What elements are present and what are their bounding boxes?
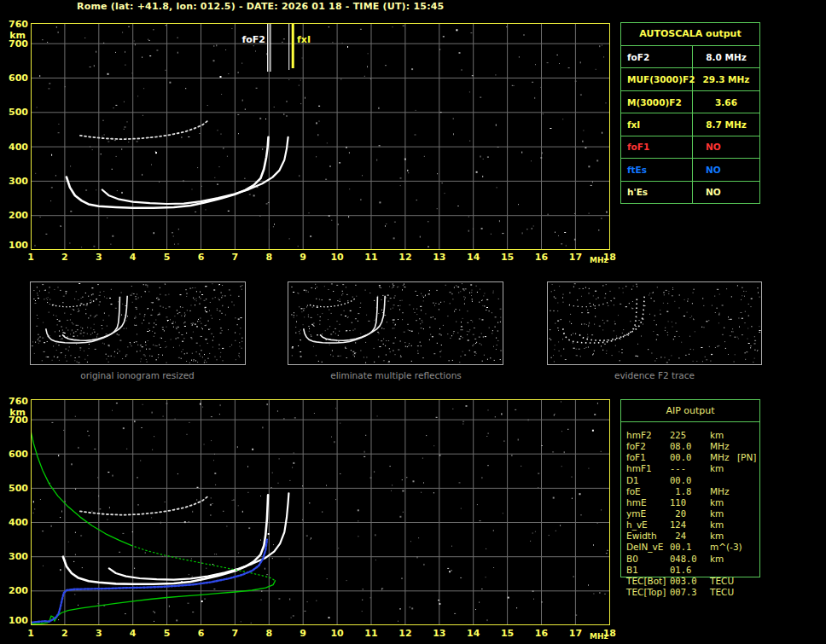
panel-original-ionogram xyxy=(30,281,246,365)
fxI-marker-label: fxI xyxy=(297,34,331,45)
aip-parameter-name: Ewidth xyxy=(626,531,657,542)
scaled-ionogram-plot xyxy=(31,23,610,250)
x-tick-label-bottom: 13 xyxy=(430,628,449,639)
aip-parameter-value: 00.0 xyxy=(670,452,691,463)
x-tick-label-top: 13 xyxy=(430,252,449,263)
parameter-name: M(3000)F2 xyxy=(621,91,693,113)
aip-row: foF208.0MHz xyxy=(620,441,761,452)
aip-row: foE 1.8MHz xyxy=(620,486,761,497)
panel-caption-eliminate: eliminate multiple reflections xyxy=(302,370,490,380)
y-tick-label-top: 300 xyxy=(0,176,28,187)
aip-parameter-value: 20 xyxy=(670,508,686,519)
aip-output-table: AIP output hmF2225kmfoF208.0MHzfoF100.0M… xyxy=(620,399,761,604)
panel-evidence-canvas xyxy=(548,282,761,364)
x-tick-label-bottom: 9 xyxy=(294,628,312,639)
parameter-name: MUF(3000)F2 xyxy=(621,68,693,90)
parameter-value: 3.66 xyxy=(693,91,759,113)
x-tick-label-top: 9 xyxy=(294,252,312,263)
panel-original-canvas xyxy=(31,282,245,364)
aip-parameter-value: 00.0 xyxy=(670,475,691,486)
y-tick-label-top: 600 xyxy=(0,73,28,84)
aip-row: B101.6 xyxy=(620,565,761,576)
x-tick-label-top: 3 xyxy=(90,252,108,263)
aip-parameter-unit: km xyxy=(710,519,724,531)
aip-parameter-name: hmF1 xyxy=(626,463,652,474)
x-tick-label-bottom: 4 xyxy=(124,628,143,639)
parameter-value: NO xyxy=(693,182,759,203)
x-tick-label-bottom: 2 xyxy=(55,628,74,639)
y-tick-label-bottom: 300 xyxy=(0,551,28,562)
aip-row: TEC[Top]007.3TECU xyxy=(620,587,761,598)
aip-parameter-name: B0 xyxy=(626,554,638,565)
aip-parameter-name: D1 xyxy=(626,475,639,486)
aip-table-body: hmF2225kmfoF208.0MHzfoF100.0MHz[PN]hmF1-… xyxy=(620,399,761,604)
aip-row: hmE110km xyxy=(620,497,761,508)
profile-ionogram-plot xyxy=(31,399,610,625)
x-tick-label-bottom: 17 xyxy=(566,628,585,639)
aip-parameter-unit: MHz xyxy=(710,486,729,497)
y-tick-label-bottom: 500 xyxy=(0,483,28,494)
aip-parameter-value: 007.3 xyxy=(670,587,697,598)
aip-parameter-name: TEC[Bot] xyxy=(626,576,666,587)
autoscala-output-table: AUTOSCALA output foF28.0 MHzMUF(3000)F22… xyxy=(620,22,760,204)
x-tick-label-bottom: 3 xyxy=(90,628,108,639)
aip-parameter-unit: TECU xyxy=(710,587,734,598)
parameter-value: 8.0 MHz xyxy=(693,46,759,67)
aip-row: ymE 20km xyxy=(620,508,761,519)
x-tick-label-top: 16 xyxy=(532,252,551,263)
y-tick-label-bottom: 400 xyxy=(0,517,28,528)
aip-parameter-name: foE xyxy=(626,486,641,497)
aip-parameter-value: 003.0 xyxy=(670,576,697,587)
aip-parameter-value: 110 xyxy=(670,497,686,508)
parameter-value: 29.3 MHz xyxy=(693,68,759,90)
autoscala-window: Rome (lat: +41.8, lon: 012.5) - DATE: 20… xyxy=(0,0,826,644)
aip-parameter-value: 01.6 xyxy=(670,565,691,576)
y-tick-label-bottom: 760 xyxy=(0,396,28,407)
aip-parameter-name: ymE xyxy=(626,508,646,519)
autoscala-row: fxI8.7 MHz xyxy=(621,113,759,136)
aip-row: Ewidth 24km xyxy=(620,531,761,542)
aip-row: DelN_vE00.1m^(-3) xyxy=(620,542,761,553)
panel-caption-evidence: evidence F2 trace xyxy=(561,370,748,380)
y-tick-label-top: 500 xyxy=(0,107,28,118)
aip-parameter-name: foF1 xyxy=(626,452,646,463)
aip-parameter-name: TEC[Top] xyxy=(626,587,666,598)
autoscala-row: foF1NO xyxy=(621,136,759,159)
x-tick-label-top: 14 xyxy=(464,252,483,263)
parameter-value: NO xyxy=(693,136,759,158)
x-tick-label-bottom: 6 xyxy=(192,628,211,639)
autoscala-row: M(3000)F23.66 xyxy=(621,91,759,113)
panel-eliminate-canvas xyxy=(288,282,503,364)
x-tick-label-top: 1 xyxy=(21,252,40,263)
x-tick-label-top: 12 xyxy=(396,252,415,263)
autoscala-row: MUF(3000)F229.3 MHz xyxy=(621,68,759,90)
scaled-ionogram-canvas xyxy=(31,23,610,250)
aip-parameter-unit: km xyxy=(710,463,724,474)
aip-parameter-value: 08.0 xyxy=(670,441,691,452)
aip-parameter-unit: km xyxy=(710,508,724,519)
x-tick-label-top: 5 xyxy=(158,252,177,263)
x-tick-label-bottom: 14 xyxy=(464,628,483,639)
x-tick-label-bottom: 1 xyxy=(21,628,40,639)
foF2-marker-label: foF2 xyxy=(209,34,265,45)
parameter-name: ftEs xyxy=(621,159,693,180)
parameter-name: fxI xyxy=(621,113,693,135)
y-tick-label-top: 100 xyxy=(0,240,28,251)
aip-parameter-value: 048.0 xyxy=(670,554,697,565)
y-tick-label-top: 200 xyxy=(0,210,28,221)
panel-eliminate-reflections xyxy=(288,281,503,365)
parameter-name: h'Es xyxy=(621,182,693,203)
x-tick-label-bottom: 15 xyxy=(498,628,517,639)
aip-parameter-unit: m^(-3) xyxy=(710,542,742,553)
aip-row: D100.0 xyxy=(620,475,761,486)
station-title: Rome (lat: +41.8, lon: 012.5) - DATE: 20… xyxy=(77,1,444,12)
x-tick-label-bottom: 5 xyxy=(158,628,177,639)
aip-row: hmF2225km xyxy=(620,430,761,441)
autoscala-row: h'EsNO xyxy=(621,182,759,203)
aip-parameter-unit: km xyxy=(710,430,724,441)
x-tick-label-top: 2 xyxy=(55,252,74,263)
y-tick-label-bottom: 700 xyxy=(0,415,28,426)
x-tick-label-bottom: 12 xyxy=(396,628,415,639)
aip-parameter-note: [PN] xyxy=(737,452,756,463)
aip-parameter-unit: km xyxy=(710,497,724,508)
